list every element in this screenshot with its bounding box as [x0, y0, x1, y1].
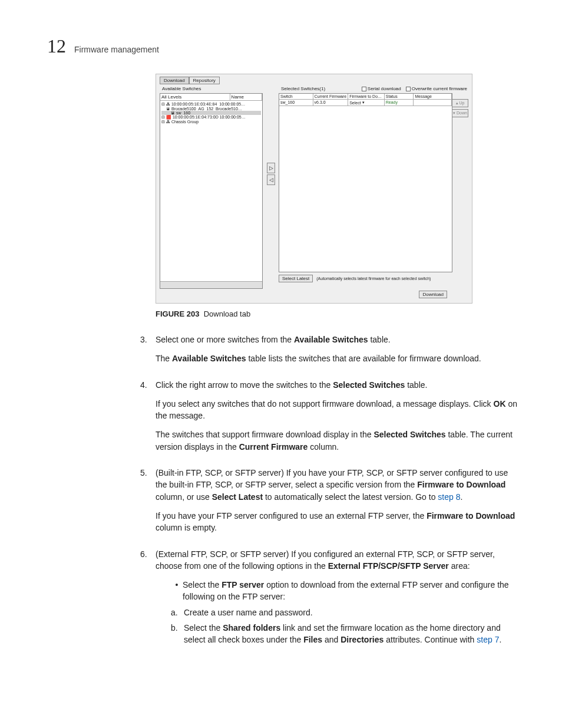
- col-status[interactable]: Status: [385, 94, 414, 100]
- selected-switches-label: Selected Switches(1): [281, 86, 325, 91]
- substep-a: a. Create a user name and password.: [171, 607, 517, 618]
- substep-b: b. Select the Shared folders link and se…: [171, 622, 517, 646]
- selected-switches-table[interactable]: Switch Current Firmware Firmware to Do… …: [279, 93, 452, 272]
- link-step-8[interactable]: step 8: [438, 492, 460, 502]
- col-switch[interactable]: Switch: [279, 94, 313, 100]
- step-number: 5.: [140, 467, 156, 541]
- overwrite-firmware-checkbox[interactable]: Overwrite current firmware: [406, 86, 467, 91]
- step-number: 6.: [140, 548, 156, 646]
- step-number: 4.: [140, 379, 156, 460]
- tab-repository[interactable]: Repository: [189, 77, 220, 84]
- chapter-title: Firmware management: [74, 45, 159, 54]
- serial-download-checkbox[interactable]: Serial download: [362, 86, 401, 91]
- tree-row-selected[interactable]: 🖥 sw_160: [161, 111, 261, 115]
- move-up-button[interactable]: ▴ Up: [452, 99, 468, 107]
- cell-firmware-select[interactable]: Select: [348, 100, 385, 106]
- tree-row[interactable]: ⊟ 🖧 10:00:00:05:1E:03:4E:84 10:00:00:05…: [161, 102, 261, 107]
- tree-row[interactable]: ⊟ 🖧 Chassis Group: [161, 120, 261, 124]
- step-number: 3.: [140, 334, 156, 372]
- horizontal-scrollbar[interactable]: [160, 281, 262, 288]
- overwrite-firmware-label: Overwrite current firmware: [412, 86, 467, 91]
- figure-caption: FIGURE 203 Download tab: [156, 309, 521, 318]
- table-row[interactable]: sw_160 v6.3.0 Select Ready: [279, 100, 452, 106]
- serial-download-label: Serial download: [368, 86, 401, 91]
- tree-row[interactable]: ⊟ 🟥 10:00:00:05:1E:04:73:0D 10:00:00:05…: [161, 115, 261, 120]
- cell-switch: sw_160: [279, 100, 313, 106]
- select-latest-button[interactable]: Select Latest: [279, 275, 313, 282]
- page-header: 12 Firmware management: [47, 35, 521, 57]
- col-all-levels[interactable]: All Levels: [160, 94, 230, 101]
- available-switches-table[interactable]: All Levels Name ⊟ 🖧 10:00:00:05:1E:03:4E…: [160, 93, 263, 289]
- bullet-dot-icon: •: [171, 579, 183, 603]
- tab-download[interactable]: Download: [160, 77, 189, 84]
- col-name[interactable]: Name: [230, 94, 262, 101]
- move-left-button[interactable]: ◁: [267, 174, 275, 185]
- move-down-button[interactable]: ▾ Down: [452, 109, 468, 117]
- chapter-number: 12: [47, 35, 66, 57]
- link-step-7[interactable]: step 7: [477, 635, 499, 644]
- cell-status: Ready: [385, 100, 414, 106]
- cell-message: [414, 100, 452, 106]
- move-right-button[interactable]: ▷: [267, 163, 275, 173]
- download-button[interactable]: Download: [419, 291, 447, 298]
- available-switches-label: Available Switches: [162, 86, 201, 91]
- tab-bar: Download Repository: [160, 77, 472, 84]
- col-current-firmware[interactable]: Current Firmware: [313, 94, 349, 100]
- step-4: 4. Click the right arrow to move the swi…: [140, 379, 521, 460]
- download-tab-figure: Download Repository Available Switches S…: [156, 74, 472, 304]
- col-message[interactable]: Message: [414, 94, 452, 100]
- bullet-ftp-server: • Select the FTP server option to downlo…: [171, 579, 517, 603]
- step-6: 6. (External FTP, SCP, or SFTP server) I…: [140, 548, 521, 646]
- select-latest-note: (Automatically selects latest firmware f…: [316, 276, 431, 281]
- step-3: 3. Select one or more switches from the …: [140, 334, 521, 372]
- col-firmware-to-download[interactable]: Firmware to Do…: [348, 94, 385, 100]
- step-5: 5. (Built-in FTP, SCP, or SFTP server) I…: [140, 467, 521, 541]
- cell-current-firmware: v6.3.0: [313, 100, 349, 106]
- tree-row[interactable]: 🖥 Brocade5100_AG_152 Brocade510…: [161, 107, 261, 111]
